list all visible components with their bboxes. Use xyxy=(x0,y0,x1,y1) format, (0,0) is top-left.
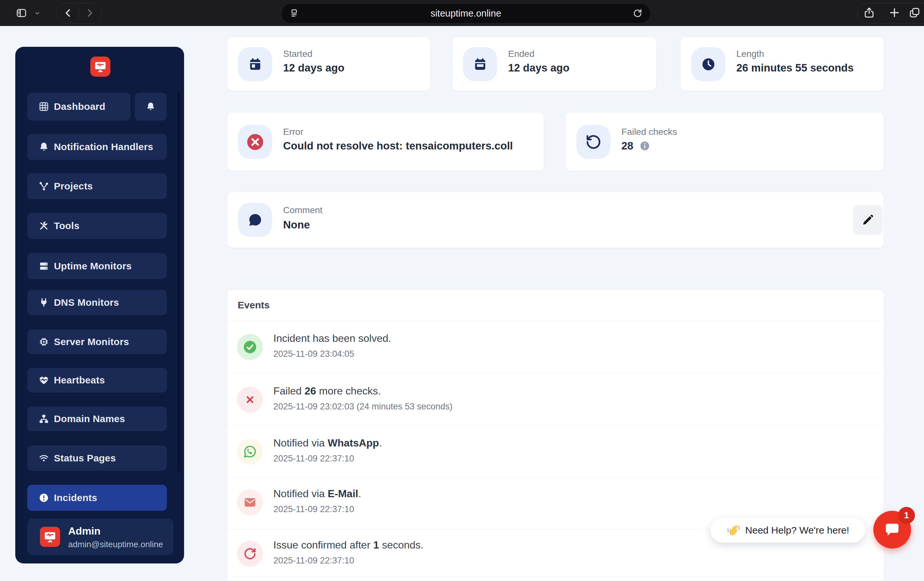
reload xyxy=(632,8,643,19)
sidebar-item-dns-monitors[interactable]: DNS Monitors xyxy=(27,290,167,315)
share-icon[interactable] xyxy=(863,7,875,19)
comment-card: Comment None xyxy=(227,192,884,248)
screen: siteuptime.online DashboardNotification … xyxy=(0,0,924,581)
chat-launcher-button[interactable]: 1 xyxy=(873,511,911,548)
wave-hand-icon xyxy=(726,523,741,538)
url-bar[interactable]: siteuptime.online xyxy=(281,3,651,23)
new-tab-icon[interactable] xyxy=(888,7,901,19)
admin-email: admin@siteuptime.online xyxy=(68,540,163,550)
check-circle xyxy=(243,339,257,354)
divider xyxy=(227,321,884,321)
event-title-bold: WhatsApp xyxy=(328,437,379,449)
sidebar-item-tools[interactable]: Tools xyxy=(27,213,167,239)
forward-icon[interactable] xyxy=(84,7,96,19)
clock xyxy=(701,56,716,72)
whatsapp-icon-circle xyxy=(237,439,263,465)
sidebar-item-server-monitors[interactable]: Server Monitors xyxy=(27,329,167,354)
stat-value: 26 minutes 55 seconds xyxy=(736,62,853,74)
event-title: Incident has been solved. xyxy=(273,333,391,344)
share-nodes-icon xyxy=(38,180,50,192)
event-title: Notified via E-Mail. xyxy=(273,488,361,500)
event-title-text: seconds. xyxy=(379,539,423,551)
event-title-text: . xyxy=(358,488,361,500)
event-title-bold: E-Mail xyxy=(328,488,358,500)
rotate-cw-icon-circle xyxy=(237,541,263,567)
sidebar-item-label: Incidents xyxy=(54,492,97,503)
bell-icon xyxy=(145,101,156,112)
stat-label: Ended xyxy=(508,49,535,59)
sidebar-toggle-icon[interactable] xyxy=(16,7,27,19)
grid-icon xyxy=(38,101,50,112)
notifications-bell-button[interactable] xyxy=(135,93,167,121)
app-logo xyxy=(90,56,111,77)
calendar-end xyxy=(472,56,488,72)
sidebar-item-label: Tools xyxy=(54,220,79,231)
monitor-logo xyxy=(93,59,108,74)
sidebar-item-dashboard[interactable]: Dashboard xyxy=(27,93,130,121)
envelope xyxy=(243,495,257,510)
tabs-overview-icon[interactable] xyxy=(908,7,921,19)
share xyxy=(863,7,875,19)
stat-label: Started xyxy=(283,49,312,59)
wave-hand xyxy=(726,523,741,538)
sidebar-item-status-pages[interactable]: Status Pages xyxy=(27,445,167,471)
sidebar-item-label: Projects xyxy=(54,180,93,192)
back-icon[interactable] xyxy=(62,7,74,19)
envelope-icon-circle xyxy=(237,489,263,515)
stat-card-length: Length26 minutes 55 seconds xyxy=(680,37,884,91)
chevron-down xyxy=(34,10,41,17)
detail-value-text: 28 xyxy=(621,140,634,152)
info-icon[interactable] xyxy=(639,141,650,151)
event-title-text: Incident has been solved. xyxy=(273,333,391,344)
stat-value: 12 days ago xyxy=(283,62,345,74)
sidebar-item-incidents[interactable]: Incidents xyxy=(27,485,167,511)
calendar-start xyxy=(248,56,263,72)
forward xyxy=(84,7,96,19)
event-title: Issue confirmed after 1 seconds. xyxy=(273,539,423,551)
sidebar-scrollbar[interactable] xyxy=(178,93,180,471)
chat-bubble xyxy=(883,520,902,539)
divider xyxy=(227,373,884,373)
sidebar-item-heartbeats[interactable]: Heartbeats xyxy=(27,368,167,392)
event-timestamp: 2025-11-09 23:04:05 xyxy=(273,349,354,359)
whatsapp xyxy=(242,444,258,460)
sidebar-item-notification-handlers[interactable]: Notification Handlers xyxy=(27,134,167,160)
event-title-text: Notified via xyxy=(273,488,328,500)
event-timestamp: 2025-11-09 22:37:10 xyxy=(273,556,354,566)
sidebar-toggle xyxy=(16,7,27,19)
alert-circle-icon xyxy=(38,492,50,503)
help-chat-teaser[interactable]: Need Help? We're here! xyxy=(710,518,865,543)
event-title-bold: 26 xyxy=(305,385,316,397)
pencil xyxy=(861,214,874,227)
plug-icon xyxy=(38,297,50,308)
sidebar-item-domain-names[interactable]: Domain Names xyxy=(27,407,167,431)
detail-label: Failed checks xyxy=(621,127,677,137)
event-title: Notified via WhatsApp. xyxy=(273,437,382,449)
sidebar-item-projects[interactable]: Projects xyxy=(27,173,167,199)
admin-avatar xyxy=(40,527,60,547)
chevron-down-icon[interactable] xyxy=(34,10,41,17)
sidebar: DashboardNotification HandlersProjectsTo… xyxy=(15,47,184,563)
edit-comment-button[interactable] xyxy=(853,205,883,235)
sidebar-item-uptime-monitors[interactable]: Uptime Monitors xyxy=(27,253,167,279)
rotate-cw xyxy=(243,547,257,561)
admin-profile[interactable]: Admin admin@siteuptime.online xyxy=(27,519,173,555)
page-settings-icon[interactable] xyxy=(289,8,300,19)
new-tab xyxy=(888,7,901,19)
event-timestamp: 2025-11-09 22:37:10 xyxy=(273,504,354,515)
event-title-text: more checks. xyxy=(316,385,381,397)
calendar-end-chip xyxy=(463,47,497,81)
detail-label: Error xyxy=(283,127,303,137)
calendar-start-chip xyxy=(238,47,272,81)
reload-icon[interactable] xyxy=(632,8,643,19)
rotate-ccw xyxy=(585,134,602,151)
divider xyxy=(227,577,884,577)
sitemap-icon xyxy=(38,413,50,424)
sidebar-item-label: Uptime Monitors xyxy=(54,261,132,271)
sidebar-item-label: DNS Monitors xyxy=(54,297,119,308)
server-icon xyxy=(38,261,50,271)
bell-icon xyxy=(38,141,50,152)
x-circle-chip xyxy=(238,125,272,159)
tabs-overview xyxy=(908,7,921,19)
event-title-text: . xyxy=(379,437,382,449)
